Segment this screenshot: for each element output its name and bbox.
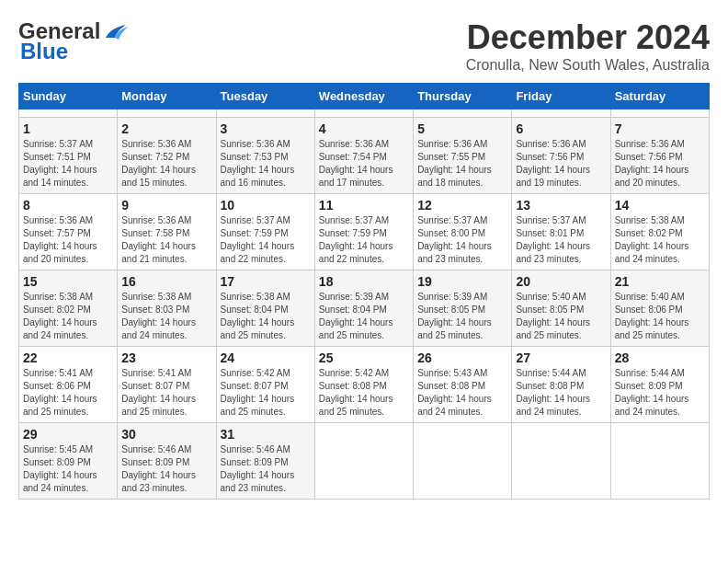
calendar-week-1 <box>19 109 710 118</box>
day-number: 13 <box>516 198 606 213</box>
calendar-cell: 8Sunrise: 5:36 AMSunset: 7:57 PMDaylight… <box>19 194 118 270</box>
calendar-cell: 20Sunrise: 5:40 AMSunset: 8:05 PMDayligh… <box>512 270 610 347</box>
calendar-cell <box>610 423 709 500</box>
calendar-cell <box>118 109 216 118</box>
calendar-cell: 19Sunrise: 5:39 AMSunset: 8:05 PMDayligh… <box>414 270 512 347</box>
column-header-sunday: Sunday <box>19 84 118 109</box>
day-number: 14 <box>615 198 705 213</box>
day-info: Sunrise: 5:43 AMSunset: 8:08 PMDaylight:… <box>417 367 507 419</box>
day-number: 15 <box>23 274 113 289</box>
day-info: Sunrise: 5:36 AMSunset: 7:57 PMDaylight:… <box>23 214 113 266</box>
day-info: Sunrise: 5:41 AMSunset: 8:07 PMDaylight:… <box>121 367 211 419</box>
calendar-cell: 17Sunrise: 5:38 AMSunset: 8:04 PMDayligh… <box>216 270 314 347</box>
column-header-tuesday: Tuesday <box>216 84 314 109</box>
day-number: 24 <box>221 350 311 365</box>
calendar-cell: 2Sunrise: 5:36 AMSunset: 7:52 PMDaylight… <box>118 118 216 194</box>
day-number: 17 <box>221 274 311 289</box>
column-header-friday: Friday <box>512 84 610 109</box>
calendar-cell: 26Sunrise: 5:43 AMSunset: 8:08 PMDayligh… <box>414 347 512 423</box>
calendar-header-row: SundayMondayTuesdayWednesdayThursdayFrid… <box>19 84 710 109</box>
calendar-cell: 7Sunrise: 5:36 AMSunset: 7:56 PMDaylight… <box>610 118 709 194</box>
day-number: 3 <box>221 121 311 136</box>
calendar-cell: 31Sunrise: 5:46 AMSunset: 8:09 PMDayligh… <box>216 423 314 500</box>
day-number: 2 <box>121 121 211 136</box>
calendar-cell: 3Sunrise: 5:36 AMSunset: 7:53 PMDaylight… <box>216 118 314 194</box>
calendar-cell: 14Sunrise: 5:38 AMSunset: 8:02 PMDayligh… <box>610 194 709 270</box>
day-number: 23 <box>121 350 211 365</box>
day-info: Sunrise: 5:36 AMSunset: 7:56 PMDaylight:… <box>516 138 606 190</box>
calendar-table: SundayMondayTuesdayWednesdayThursdayFrid… <box>18 83 710 500</box>
day-number: 1 <box>23 121 113 136</box>
calendar-cell: 22Sunrise: 5:41 AMSunset: 8:06 PMDayligh… <box>19 347 118 423</box>
day-number: 25 <box>319 350 409 365</box>
day-number: 4 <box>319 121 409 136</box>
page-header: General Blue December 2024 Cronulla, New… <box>18 18 710 74</box>
day-number: 5 <box>417 121 507 136</box>
day-number: 10 <box>221 198 311 213</box>
day-number: 18 <box>319 274 409 289</box>
calendar-cell: 23Sunrise: 5:41 AMSunset: 8:07 PMDayligh… <box>118 347 216 423</box>
calendar-cell: 25Sunrise: 5:42 AMSunset: 8:08 PMDayligh… <box>314 347 413 423</box>
day-number: 12 <box>417 198 507 213</box>
calendar-cell: 24Sunrise: 5:42 AMSunset: 8:07 PMDayligh… <box>216 347 314 423</box>
calendar-week-2: 1Sunrise: 5:37 AMSunset: 7:51 PMDaylight… <box>19 118 710 194</box>
calendar-cell <box>216 109 314 118</box>
logo-bird-icon <box>102 21 128 41</box>
logo: General Blue <box>18 18 128 64</box>
day-info: Sunrise: 5:42 AMSunset: 8:07 PMDaylight:… <box>221 367 311 419</box>
day-info: Sunrise: 5:46 AMSunset: 8:09 PMDaylight:… <box>121 443 211 495</box>
column-header-saturday: Saturday <box>610 84 709 109</box>
day-info: Sunrise: 5:36 AMSunset: 7:58 PMDaylight:… <box>121 214 211 266</box>
day-number: 22 <box>23 350 113 365</box>
day-info: Sunrise: 5:36 AMSunset: 7:56 PMDaylight:… <box>615 138 705 190</box>
day-number: 21 <box>615 274 705 289</box>
day-info: Sunrise: 5:46 AMSunset: 8:09 PMDaylight:… <box>221 443 311 495</box>
day-number: 30 <box>121 427 211 442</box>
calendar-cell <box>314 423 413 500</box>
calendar-cell: 4Sunrise: 5:36 AMSunset: 7:54 PMDaylight… <box>314 118 413 194</box>
day-number: 31 <box>221 427 311 442</box>
calendar-cell: 9Sunrise: 5:36 AMSunset: 7:58 PMDaylight… <box>118 194 216 270</box>
day-info: Sunrise: 5:39 AMSunset: 8:04 PMDaylight:… <box>319 291 409 342</box>
day-info: Sunrise: 5:38 AMSunset: 8:02 PMDaylight:… <box>23 291 113 342</box>
calendar-cell <box>19 109 118 118</box>
day-info: Sunrise: 5:40 AMSunset: 8:06 PMDaylight:… <box>615 291 705 342</box>
day-info: Sunrise: 5:38 AMSunset: 8:02 PMDaylight:… <box>615 214 705 266</box>
calendar-cell: 15Sunrise: 5:38 AMSunset: 8:02 PMDayligh… <box>19 270 118 347</box>
day-info: Sunrise: 5:38 AMSunset: 8:04 PMDaylight:… <box>221 291 311 342</box>
calendar-cell <box>414 109 512 118</box>
calendar-cell: 29Sunrise: 5:45 AMSunset: 8:09 PMDayligh… <box>19 423 118 500</box>
day-info: Sunrise: 5:37 AMSunset: 7:59 PMDaylight:… <box>319 214 409 266</box>
day-info: Sunrise: 5:36 AMSunset: 7:52 PMDaylight:… <box>121 138 211 190</box>
day-number: 20 <box>516 274 606 289</box>
day-info: Sunrise: 5:36 AMSunset: 7:54 PMDaylight:… <box>319 138 409 190</box>
column-header-monday: Monday <box>118 84 216 109</box>
day-info: Sunrise: 5:40 AMSunset: 8:05 PMDaylight:… <box>516 291 606 342</box>
day-info: Sunrise: 5:37 AMSunset: 7:59 PMDaylight:… <box>221 214 311 266</box>
day-number: 19 <box>417 274 507 289</box>
day-number: 8 <box>23 198 113 213</box>
day-info: Sunrise: 5:36 AMSunset: 7:53 PMDaylight:… <box>221 138 311 190</box>
calendar-cell: 10Sunrise: 5:37 AMSunset: 7:59 PMDayligh… <box>216 194 314 270</box>
day-number: 29 <box>23 427 113 442</box>
day-number: 27 <box>516 350 606 365</box>
calendar-cell: 27Sunrise: 5:44 AMSunset: 8:08 PMDayligh… <box>512 347 610 423</box>
title-section: December 2024 Cronulla, New South Wales,… <box>466 18 710 74</box>
month-title: December 2024 <box>466 18 710 57</box>
calendar-cell <box>512 109 610 118</box>
day-info: Sunrise: 5:36 AMSunset: 7:55 PMDaylight:… <box>417 138 507 190</box>
calendar-cell <box>414 423 512 500</box>
day-number: 16 <box>121 274 211 289</box>
day-info: Sunrise: 5:38 AMSunset: 8:03 PMDaylight:… <box>121 291 211 342</box>
calendar-week-4: 15Sunrise: 5:38 AMSunset: 8:02 PMDayligh… <box>19 270 710 347</box>
calendar-cell: 16Sunrise: 5:38 AMSunset: 8:03 PMDayligh… <box>118 270 216 347</box>
day-info: Sunrise: 5:37 AMSunset: 8:00 PMDaylight:… <box>417 214 507 266</box>
day-info: Sunrise: 5:44 AMSunset: 8:09 PMDaylight:… <box>615 367 705 419</box>
calendar-cell <box>610 109 709 118</box>
calendar-cell: 21Sunrise: 5:40 AMSunset: 8:06 PMDayligh… <box>610 270 709 347</box>
calendar-cell: 13Sunrise: 5:37 AMSunset: 8:01 PMDayligh… <box>512 194 610 270</box>
column-header-wednesday: Wednesday <box>314 84 413 109</box>
logo-blue-text: Blue <box>18 39 68 64</box>
day-info: Sunrise: 5:37 AMSunset: 8:01 PMDaylight:… <box>516 214 606 266</box>
calendar-cell <box>314 109 413 118</box>
